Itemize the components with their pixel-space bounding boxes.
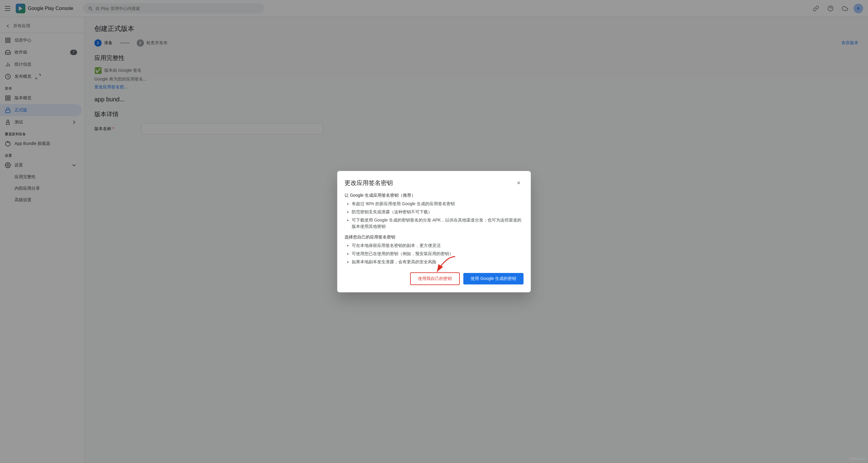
use-google-key-button[interactable]: 使用 Google 生成的密钥 bbox=[463, 273, 524, 285]
self-bullet-3: 如果本地副本发生泄露，会有更高的安全风险 bbox=[352, 259, 524, 265]
self-bullet-1: 可在本地保留应用签名密钥的副本，更方便灵活 bbox=[352, 242, 524, 249]
google-bullet-2: 防范密钥丢失或泄露（这种密钥不可下载） bbox=[352, 209, 524, 215]
self-key-section-title: 选择您自己的应用签名密钥 bbox=[344, 234, 524, 240]
self-key-bullets: 可在本地保留应用签名密钥的副本，更方便灵活 可使用您已在使用的密钥（例如，预安装… bbox=[344, 242, 524, 265]
use-own-key-button[interactable]: 使用我自己的密钥 bbox=[410, 272, 460, 285]
dialog-close-button[interactable]: × bbox=[514, 178, 524, 188]
dialog-overlay: 更改应用签名密钥 × 让 Google 生成应用签名密钥（推荐） 有超过 90%… bbox=[0, 0, 868, 463]
self-bullet-2: 可使用您已在使用的密钥（例如，预安装应用的密钥） bbox=[352, 251, 524, 257]
dialog-actions: 使用我自己的密钥 使用 Google 生成的密钥 bbox=[344, 272, 524, 285]
google-bullet-1: 有超过 90% 的新应用使用 Google 生成的应用签名密钥 bbox=[352, 201, 524, 207]
google-key-section-title: 让 Google 生成应用签名密钥（推荐） bbox=[344, 193, 524, 198]
watermark: CS09/sh/t13 bbox=[849, 457, 866, 461]
dialog-title-text: 更改应用签名密钥 bbox=[344, 179, 393, 187]
google-key-bullets: 有超过 90% 的新应用使用 Google 生成的应用签名密钥 防范密钥丢失或泄… bbox=[344, 201, 524, 230]
dialog-title-row: 更改应用签名密钥 × bbox=[344, 178, 524, 188]
google-bullet-3: 可下载使用 Google 生成的密钥签名的分发 APK，以供在其他渠道分发；也可… bbox=[352, 217, 524, 230]
change-signing-key-dialog: 更改应用签名密钥 × 让 Google 生成应用签名密钥（推荐） 有超过 90%… bbox=[337, 171, 531, 292]
